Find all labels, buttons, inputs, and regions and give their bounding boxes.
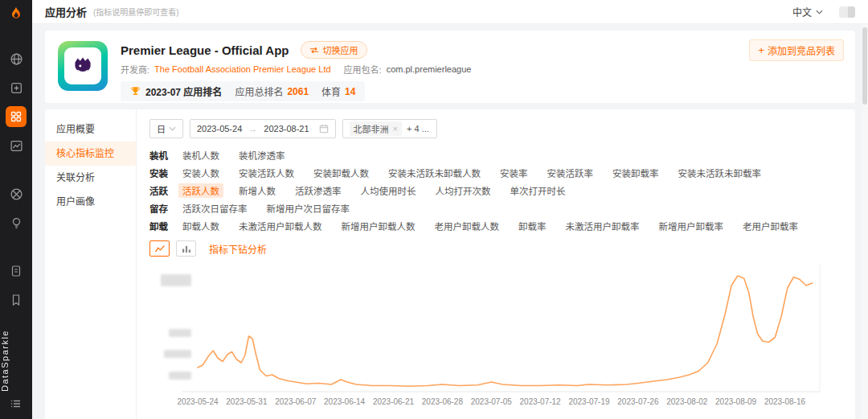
granularity-select[interactable]: 日 — [149, 119, 183, 138]
line-chart-toggle[interactable] — [149, 240, 170, 257]
metric-option[interactable]: 装机人数 — [178, 148, 223, 162]
metric-option[interactable]: 活跃人数 — [178, 183, 223, 198]
total-rank-value: 2061 — [287, 86, 309, 97]
category-label: 体育 — [321, 84, 341, 98]
bookmark-doc-icon[interactable] — [6, 290, 27, 310]
remove-region-icon[interactable]: × — [393, 124, 398, 134]
line-chart-icon — [154, 244, 166, 253]
metric-option[interactable]: 未激活用户卸载人数 — [235, 219, 326, 233]
rank-month-title: 2023-07 应用排名 — [145, 84, 222, 98]
region-tag: 北部非洲 × — [350, 121, 402, 136]
menu-list-icon[interactable] — [6, 393, 27, 414]
app-summary-card: Premier League - Official App 切换应用 开发商: … — [45, 31, 855, 103]
report-doc-icon[interactable] — [6, 261, 27, 281]
metric-option[interactable]: 新增人数 — [235, 183, 280, 198]
scrollbar-thumb[interactable] — [862, 27, 867, 105]
date-range-picker[interactable]: 2023-05-24 → 2023-08-21 — [190, 119, 336, 138]
active-users-line-chart[interactable]: 2023-05-242023-05-312023-06-072023-06-14… — [149, 258, 834, 413]
metric-option[interactable]: 卸载率 — [514, 219, 551, 233]
globe-icon[interactable] — [6, 48, 27, 69]
nav-item-core-metrics[interactable]: 核心指标监控 — [45, 142, 136, 166]
language-select[interactable]: 中文 — [792, 5, 823, 18]
metric-option[interactable]: 单次打开时长 — [506, 183, 570, 198]
header-avatar[interactable] — [839, 6, 855, 18]
x-axis-label: 2023-07-12 — [520, 397, 562, 406]
nav-item-user-profile[interactable]: 用户画像 — [45, 190, 136, 214]
app-analysis-screen: DataSparkle 应用分析 (指标说明悬停即可查看) 中文 — [0, 0, 868, 419]
metric-option[interactable]: 新增用户卸载率 — [655, 219, 728, 233]
x-axis-label: 2023-06-21 — [373, 397, 415, 406]
date-start-value: 2023-05-24 — [197, 124, 242, 134]
region-tag-label: 北部非洲 — [354, 122, 389, 135]
metric-option[interactable]: 人均使用时长 — [357, 183, 420, 198]
top-bar: 应用分析 (指标说明悬停即可查看) 中文 — [32, 0, 868, 24]
metric-option[interactable]: 安装人数 — [178, 166, 223, 180]
metric-option[interactable]: 安装未活跃未卸载人数 — [384, 166, 485, 180]
metric-group-label: 留存 — [149, 202, 178, 215]
category-rank-value: 14 — [345, 86, 355, 97]
metric-option[interactable]: 安装卸载人数 — [309, 166, 373, 180]
y-axis-label-blurred — [169, 329, 191, 337]
metric-option[interactable]: 活跃次日留存率 — [178, 201, 252, 216]
developer-name-link[interactable]: The Football Association Premier League … — [154, 64, 331, 74]
metric-option[interactable]: 安装卸载率 — [608, 166, 663, 180]
bar-chart-icon — [181, 244, 192, 253]
core-metrics-panel: 日 2023-05-24 → 2023-08-21 — [137, 109, 855, 419]
plus-icon: + — [758, 45, 764, 55]
metric-row: 卸载卸载人数未激活用户卸载人数新增用户卸载人数老用户卸载人数卸载率未激活用户卸载… — [149, 219, 842, 233]
metric-option[interactable]: 安装未活跃未卸载率 — [674, 166, 766, 180]
drill-down-analysis-link[interactable]: 指标下钻分析 — [209, 242, 267, 256]
filter-bar: 日 2023-05-24 → 2023-08-21 — [149, 119, 842, 138]
metric-option[interactable]: 老用户卸载率 — [739, 219, 802, 233]
metric-option[interactable]: 卸载人数 — [178, 219, 223, 233]
metric-option[interactable]: 人均打开次数 — [432, 183, 495, 198]
x-axis-label: 2023-07-05 — [471, 397, 513, 406]
package-label: 应用包名: — [344, 63, 382, 76]
app-icon — [58, 41, 108, 91]
trend-chart-icon[interactable] — [6, 135, 27, 156]
x-axis-label: 2023-08-02 — [666, 397, 708, 406]
x-axis-label: 2023-06-28 — [422, 397, 464, 406]
add-to-competitors-button[interactable]: + 添加到竞品列表 — [749, 39, 844, 61]
metric-option[interactable]: 新增用户次日留存率 — [263, 201, 354, 216]
bar-chart-toggle[interactable] — [176, 240, 196, 257]
brand-name: DataSparkle — [0, 330, 32, 392]
metric-option[interactable]: 新增用户卸载人数 — [338, 219, 420, 233]
topbar-right: 中文 — [792, 5, 855, 18]
x-axis-label: 2023-06-14 — [324, 397, 366, 406]
metric-option[interactable]: 安装活跃率 — [543, 166, 598, 180]
nav-item-overview[interactable]: 应用概要 — [45, 117, 136, 142]
nav-item-relation-analysis[interactable]: 关联分析 — [45, 166, 136, 190]
switch-app-button[interactable]: 切换应用 — [301, 41, 367, 59]
app-name: Premier League - Official App — [121, 43, 289, 57]
granularity-value: 日 — [157, 122, 166, 135]
calendar-icon — [319, 124, 329, 134]
metric-option[interactable]: 安装活跃人数 — [235, 166, 298, 180]
region-more-count: + 4 ... — [407, 124, 429, 134]
web-sphere-icon[interactable] — [6, 183, 27, 204]
analysis-panel: 应用概要核心指标监控关联分析用户画像 日 2023-05-24 → 2023-0… — [45, 109, 855, 419]
x-axis-label: 2023-06-07 — [275, 397, 317, 406]
page-scrollbar[interactable] — [862, 24, 868, 419]
metric-group-label: 安装 — [149, 166, 178, 179]
metric-option[interactable]: 老用户卸载人数 — [431, 219, 504, 233]
app-box-icon[interactable] — [6, 77, 27, 98]
metric-selector: 装机装机人数装机渗透率安装安装人数安装活跃人数安装卸载人数安装未活跃未卸载人数安… — [149, 148, 842, 233]
metric-option[interactable]: 活跃渗透率 — [291, 183, 346, 198]
metric-option[interactable]: 未激活用户卸载率 — [562, 219, 644, 233]
app-analysis-grid-icon[interactable] — [6, 106, 27, 127]
y-axis-label-blurred — [161, 274, 191, 286]
x-axis-label: 2023-05-24 — [177, 397, 219, 406]
metric-row: 留存活跃次日留存率新增用户次日留存率 — [149, 201, 842, 216]
x-axis-label: 2023-08-09 — [715, 397, 757, 406]
x-axis-label: 2023-07-26 — [617, 397, 659, 406]
arrow-right-icon: → — [248, 124, 257, 134]
metric-option[interactable]: 安装率 — [496, 166, 532, 180]
sidebar: DataSparkle — [0, 0, 32, 419]
region-select[interactable]: 北部非洲 × + 4 ... — [342, 119, 437, 138]
brand-flame-logo-icon[interactable] — [0, 0, 32, 27]
metric-row: 装机装机人数装机渗透率 — [149, 148, 842, 162]
x-axis-label: 2023-08-16 — [764, 397, 806, 406]
idea-bulb-icon[interactable] — [6, 212, 27, 233]
metric-option[interactable]: 装机渗透率 — [235, 148, 289, 162]
